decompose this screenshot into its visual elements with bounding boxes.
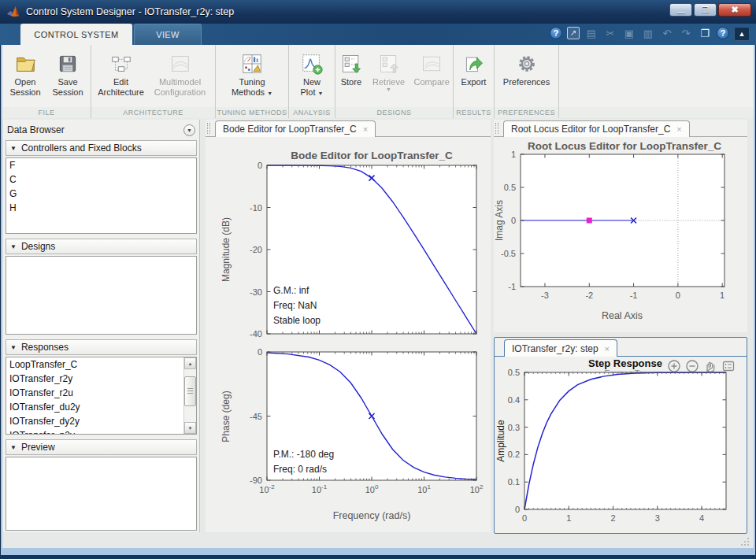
zoom-in-icon[interactable] bbox=[667, 359, 681, 373]
export-button[interactable]: Export bbox=[456, 49, 492, 89]
controllers-list: F C G H bbox=[6, 157, 197, 234]
close-button[interactable]: ✖ bbox=[718, 3, 751, 17]
designs-list[interactable] bbox=[6, 256, 197, 335]
svg-text:-1: -1 bbox=[508, 282, 516, 291]
undo-icon: ↶ bbox=[660, 26, 674, 40]
svg-text:Freq: 0 rad/s: Freq: 0 rad/s bbox=[273, 464, 327, 475]
svg-text:2: 2 bbox=[610, 513, 615, 523]
list-item[interactable]: F bbox=[6, 158, 196, 172]
tab-control-system[interactable]: CONTROL SYSTEM bbox=[20, 24, 132, 45]
svg-text:0.3: 0.3 bbox=[508, 423, 520, 432]
svg-text:4: 4 bbox=[699, 513, 704, 523]
svg-text:-40: -40 bbox=[250, 329, 262, 339]
svg-text:10-2: 10-2 bbox=[259, 483, 275, 494]
tab-view[interactable]: VIEW bbox=[134, 24, 202, 45]
help-badge-icon[interactable]: ? bbox=[550, 27, 562, 39]
new-window-icon[interactable]: ↗ bbox=[567, 27, 580, 39]
list-item[interactable]: IOTransfer_r2u bbox=[6, 386, 183, 400]
svg-text:Stable loop: Stable loop bbox=[273, 315, 321, 326]
svg-text:Frequency (rad/s): Frequency (rad/s) bbox=[333, 510, 411, 521]
quick-access-toolbar: ? ↗ ▤ ✂ ▣ ▥ ↶ ↷ ❐ ? bbox=[550, 26, 729, 40]
tuning-icon bbox=[240, 50, 264, 77]
group-label-architecture: ARCHITECTURE bbox=[91, 107, 215, 118]
responses-scrollbar[interactable]: ▲ ▼ bbox=[183, 357, 196, 434]
minimize-button[interactable]: — bbox=[669, 3, 692, 17]
ribbon-group-results: Export RESULTS bbox=[454, 45, 495, 118]
scroll-up-icon[interactable]: ▲ bbox=[184, 357, 196, 369]
tab-root-locus-editor[interactable]: Root Locus Editor for LoopTransfer_C × bbox=[503, 120, 690, 137]
section-header-preview[interactable]: ▼ Preview bbox=[6, 439, 197, 455]
close-tab-icon[interactable]: × bbox=[605, 344, 610, 354]
store-button[interactable]: Store bbox=[335, 49, 367, 89]
svg-text:3: 3 bbox=[655, 513, 660, 523]
svg-text:0: 0 bbox=[676, 291, 680, 300]
ribbon-group-preferences: Preferences PREFERENCES bbox=[495, 45, 559, 118]
titlebar[interactable]: Control System Designer - IOTransfer_r2y… bbox=[0, 0, 756, 24]
zoom-out-icon[interactable] bbox=[685, 359, 699, 373]
svg-text:0.4: 0.4 bbox=[508, 395, 520, 405]
bode-editor-panel: Bode Editor for LoopTransfer_C × Bode Ed… bbox=[206, 120, 491, 532]
dropdown-arrow-icon: ▼ bbox=[386, 87, 391, 92]
compare-icon bbox=[421, 50, 443, 77]
list-item[interactable]: C bbox=[6, 172, 196, 187]
section-header-designs[interactable]: ▼ Designs bbox=[6, 239, 197, 254]
edit-architecture-button[interactable]: Edit Architecture bbox=[95, 49, 147, 99]
svg-text:-3: -3 bbox=[541, 291, 549, 300]
svg-text:0: 0 bbox=[522, 513, 527, 523]
dropdown-arrow-icon: ▼ bbox=[318, 91, 324, 96]
data-browser-menu-button[interactable]: ▼ bbox=[183, 124, 195, 136]
scroll-down-icon[interactable]: ▼ bbox=[184, 422, 196, 434]
list-item[interactable]: G bbox=[6, 187, 196, 201]
svg-text:-45: -45 bbox=[250, 412, 262, 421]
close-tab-icon[interactable]: × bbox=[676, 124, 681, 134]
splitter-handle[interactable] bbox=[207, 123, 210, 134]
legend-icon[interactable] bbox=[721, 359, 736, 373]
bode-plot[interactable]: Bode Editor for LoopTransfer_C0-10-20-30… bbox=[206, 137, 491, 531]
cut-icon: ✂ bbox=[603, 26, 617, 40]
scrollbar-thumb[interactable] bbox=[184, 376, 196, 406]
retrieve-icon bbox=[378, 50, 400, 77]
preferences-button[interactable]: Preferences bbox=[500, 49, 554, 89]
ribbon-group-file: Open Session Save Session FILE bbox=[2, 45, 91, 118]
svg-text:0: 0 bbox=[258, 347, 262, 357]
restore-button[interactable]: ❐ bbox=[694, 3, 717, 17]
svg-text:0.2: 0.2 bbox=[508, 450, 520, 459]
open-session-button[interactable]: Open Session bbox=[5, 49, 46, 99]
tab-step-response[interactable]: IOTransfer_r2y: step × bbox=[504, 339, 617, 357]
list-item[interactable]: LoopTransfer_C bbox=[6, 357, 183, 372]
svg-text:-0.5: -0.5 bbox=[501, 249, 516, 258]
tuning-methods-button[interactable]: Tuning Methods ▼ bbox=[228, 49, 276, 99]
svg-text:0: 0 bbox=[511, 216, 516, 225]
list-item[interactable]: IOTransfer_r2y bbox=[6, 372, 183, 386]
store-icon bbox=[340, 50, 362, 77]
ribbon-group-designs: Store Retrieve ▼ Compare DESIGNS bbox=[335, 45, 454, 118]
resize-grip[interactable] bbox=[741, 538, 749, 546]
root-locus-panel: Root Locus Editor for LoopTransfer_C × R… bbox=[494, 120, 747, 332]
svg-text:G.M.: inf: G.M.: inf bbox=[273, 285, 309, 296]
svg-text:Bode Editor for LoopTransfer_C: Bode Editor for LoopTransfer_C bbox=[291, 150, 453, 161]
list-item[interactable]: IOTransfer_du2y bbox=[6, 400, 183, 414]
save-session-button[interactable]: Save Session bbox=[47, 49, 88, 99]
help-icon[interactable]: ? bbox=[717, 27, 729, 39]
collapse-ribbon-button[interactable]: ▲ bbox=[734, 27, 750, 41]
new-plot-button[interactable]: New Plot ▼ bbox=[292, 49, 332, 99]
list-item[interactable]: IOTransfer_n2y bbox=[6, 428, 183, 435]
svg-text:-10: -10 bbox=[250, 203, 262, 213]
step-response-plot[interactable]: Step ResponseFrom: r To:012340.50.40.30.… bbox=[495, 357, 747, 531]
pan-icon[interactable] bbox=[703, 359, 717, 373]
window-layout-icon[interactable]: ❐ bbox=[698, 26, 712, 40]
splitter-handle[interactable] bbox=[495, 123, 498, 134]
multimodel-configuration-button: Multimodel Configuration bbox=[149, 49, 212, 99]
window-bottom-border bbox=[0, 555, 756, 559]
tab-bode-editor[interactable]: Bode Editor for LoopTransfer_C × bbox=[215, 120, 376, 137]
copy-icon: ▣ bbox=[622, 26, 636, 40]
svg-text:P.M.: -180 deg: P.M.: -180 deg bbox=[273, 449, 334, 460]
section-header-controllers[interactable]: ▼ Controllers and Fixed Blocks bbox=[6, 140, 197, 156]
list-item[interactable]: H bbox=[6, 201, 196, 215]
list-item[interactable]: IOTransfer_dy2y bbox=[6, 414, 183, 428]
folder-icon bbox=[13, 50, 37, 77]
svg-text:Magnitude (dB): Magnitude (dB) bbox=[220, 217, 232, 282]
root-locus-plot[interactable]: Root Locus Editor for LoopTransfer_C-3-2… bbox=[494, 137, 747, 331]
close-tab-icon[interactable]: × bbox=[363, 124, 368, 134]
section-header-responses[interactable]: ▼ Responses bbox=[6, 339, 197, 355]
